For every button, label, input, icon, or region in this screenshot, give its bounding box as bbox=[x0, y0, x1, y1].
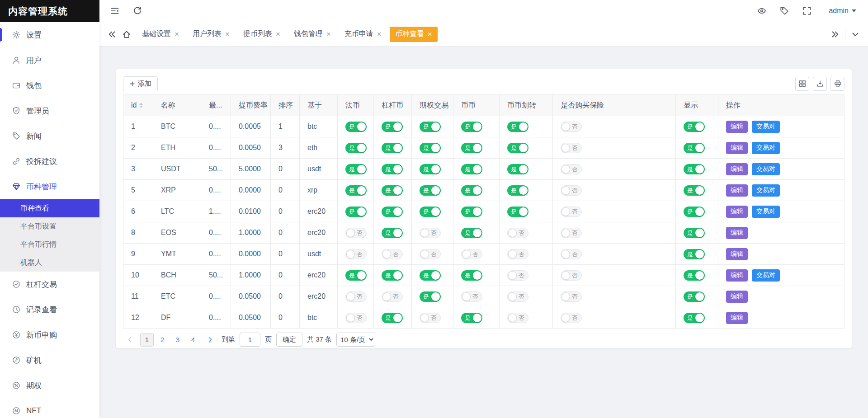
sidebar-subitem-platform-coin-settings[interactable]: 平台币设置 bbox=[0, 217, 99, 235]
insurance-toggle[interactable]: 否 bbox=[561, 122, 582, 132]
option-toggle[interactable]: 是 bbox=[420, 207, 441, 217]
edit-button[interactable]: 编辑 bbox=[726, 227, 748, 239]
sidebar-item-miner[interactable]: 矿机 bbox=[0, 348, 99, 373]
transfer-toggle[interactable]: 否 bbox=[507, 270, 528, 281]
sidebar-item-wallet[interactable]: 钱包 bbox=[0, 73, 99, 98]
show-toggle[interactable]: 是 bbox=[684, 249, 705, 259]
transfer-toggle[interactable]: 是 bbox=[507, 143, 528, 153]
show-toggle[interactable]: 是 bbox=[684, 207, 705, 217]
edit-button[interactable]: 编辑 bbox=[726, 142, 748, 154]
transfer-toggle[interactable]: 否 bbox=[507, 291, 528, 302]
option-toggle[interactable]: 是 bbox=[420, 270, 441, 281]
lever-toggle[interactable]: 否 bbox=[382, 291, 403, 302]
close-icon[interactable]: × bbox=[225, 30, 230, 38]
pairs-button[interactable]: 交易对 bbox=[752, 121, 780, 133]
columns-icon[interactable] bbox=[795, 77, 809, 91]
eye-icon[interactable] bbox=[757, 6, 766, 15]
collapse-sidebar-icon[interactable] bbox=[110, 6, 119, 15]
insurance-toggle[interactable]: 否 bbox=[561, 291, 582, 302]
show-toggle[interactable]: 是 bbox=[684, 164, 705, 174]
close-icon[interactable]: × bbox=[377, 30, 382, 38]
close-icon[interactable]: × bbox=[428, 30, 432, 38]
show-toggle[interactable]: 是 bbox=[684, 185, 705, 196]
edit-button[interactable]: 编辑 bbox=[726, 291, 748, 303]
transfer-toggle[interactable]: 否 bbox=[507, 313, 528, 323]
page-4-button[interactable]: 4 bbox=[186, 333, 200, 347]
sidebar-item-settings[interactable]: 设置 bbox=[0, 22, 99, 47]
insurance-toggle[interactable]: 否 bbox=[561, 207, 582, 217]
sidebar-item-admins[interactable]: 管理员 bbox=[0, 98, 99, 123]
sidebar-item-news[interactable]: 新闻 bbox=[0, 123, 99, 149]
option-toggle[interactable]: 是 bbox=[420, 122, 441, 132]
insurance-toggle[interactable]: 否 bbox=[561, 270, 582, 281]
lever-toggle[interactable]: 否 bbox=[382, 249, 403, 259]
transfer-toggle[interactable]: 否 bbox=[507, 228, 528, 238]
pairs-button[interactable]: 交易对 bbox=[752, 269, 780, 282]
show-toggle[interactable]: 是 bbox=[684, 143, 705, 153]
pairs-button[interactable]: 交易对 bbox=[752, 142, 780, 154]
transfer-toggle[interactable]: 否 bbox=[507, 249, 528, 259]
sidebar-item-options[interactable]: 期权 bbox=[0, 373, 99, 398]
option-toggle[interactable]: 否 bbox=[420, 228, 441, 238]
page-size-select[interactable]: 10 条/页 bbox=[336, 333, 375, 347]
sidebar-subitem-robot[interactable]: 机器人 bbox=[0, 254, 99, 272]
edit-button[interactable]: 编辑 bbox=[726, 206, 748, 218]
coin-toggle[interactable]: 是 bbox=[461, 164, 482, 174]
pairs-button[interactable]: 交易对 bbox=[752, 184, 780, 197]
show-toggle[interactable]: 是 bbox=[684, 122, 705, 132]
refresh-icon[interactable] bbox=[133, 6, 142, 15]
page-1-button[interactable]: 1 bbox=[140, 333, 154, 347]
coin-toggle[interactable]: 是 bbox=[461, 270, 482, 281]
tabs-scroll-right-icon[interactable] bbox=[830, 30, 840, 39]
insurance-toggle[interactable]: 否 bbox=[561, 249, 582, 259]
option-toggle[interactable]: 否 bbox=[420, 313, 441, 323]
option-toggle[interactable]: 是 bbox=[420, 185, 441, 196]
column-header-id[interactable]: id bbox=[123, 95, 153, 116]
transfer-toggle[interactable]: 是 bbox=[507, 164, 528, 174]
close-icon[interactable]: × bbox=[175, 30, 179, 38]
coin-toggle[interactable]: 否 bbox=[461, 291, 482, 302]
option-toggle[interactable]: 否 bbox=[420, 249, 441, 259]
sidebar-item-records[interactable]: 记录查看 bbox=[0, 297, 99, 322]
edit-button[interactable]: 编辑 bbox=[726, 163, 748, 175]
add-button[interactable]: 添加 bbox=[123, 76, 158, 91]
lever-toggle[interactable]: 是 bbox=[382, 207, 403, 217]
close-icon[interactable]: × bbox=[326, 30, 331, 38]
sidebar-item-new-coin-subscribe[interactable]: 新币申购 bbox=[0, 322, 99, 348]
tab-user-list[interactable]: 用户列表× bbox=[187, 27, 235, 42]
show-toggle[interactable]: 是 bbox=[684, 270, 705, 281]
close-icon[interactable]: × bbox=[276, 30, 280, 38]
transfer-toggle[interactable]: 是 bbox=[507, 207, 528, 217]
pairs-button[interactable]: 交易对 bbox=[752, 206, 780, 218]
fiat-toggle[interactable]: 否 bbox=[345, 291, 367, 302]
transfer-toggle[interactable]: 是 bbox=[507, 122, 528, 132]
tabs-scroll-left-icon[interactable] bbox=[108, 30, 117, 39]
insurance-toggle[interactable]: 否 bbox=[561, 313, 582, 323]
lever-toggle[interactable]: 是 bbox=[382, 122, 403, 132]
lever-toggle[interactable]: 是 bbox=[382, 228, 403, 238]
show-toggle[interactable]: 是 bbox=[684, 313, 705, 323]
fiat-toggle[interactable]: 是 bbox=[345, 270, 367, 281]
edit-button[interactable]: 编辑 bbox=[726, 248, 748, 260]
tab-withdraw-list[interactable]: 提币列表× bbox=[238, 27, 286, 42]
tab-wallet-manage[interactable]: 钱包管理× bbox=[288, 27, 336, 42]
sidebar-item-nft[interactable]: NFT bbox=[0, 398, 99, 418]
tabs-menu-icon[interactable] bbox=[851, 30, 860, 39]
tag-icon[interactable] bbox=[780, 6, 789, 15]
tab-deposit-apply[interactable]: 充币申请× bbox=[339, 27, 387, 42]
page-2-button[interactable]: 2 bbox=[156, 333, 169, 347]
sidebar-item-users[interactable]: 用户 bbox=[0, 47, 99, 73]
coin-toggle[interactable]: 是 bbox=[461, 207, 482, 217]
home-tab-icon[interactable] bbox=[122, 30, 131, 39]
sidebar-item-lever-trade[interactable]: 杠杆交易 bbox=[0, 272, 99, 297]
lever-toggle[interactable]: 是 bbox=[382, 185, 403, 196]
tab-coin-view[interactable]: 币种查看× bbox=[390, 27, 438, 42]
coin-toggle[interactable]: 是 bbox=[461, 313, 482, 323]
edit-button[interactable]: 编辑 bbox=[726, 121, 748, 133]
sort-icon[interactable] bbox=[139, 103, 143, 108]
pairs-button[interactable]: 交易对 bbox=[752, 163, 780, 175]
confirm-page-button[interactable]: 确定 bbox=[276, 333, 302, 347]
fullscreen-icon[interactable] bbox=[802, 6, 811, 15]
next-page-button[interactable] bbox=[203, 333, 217, 347]
page-3-button[interactable]: 3 bbox=[171, 333, 184, 347]
